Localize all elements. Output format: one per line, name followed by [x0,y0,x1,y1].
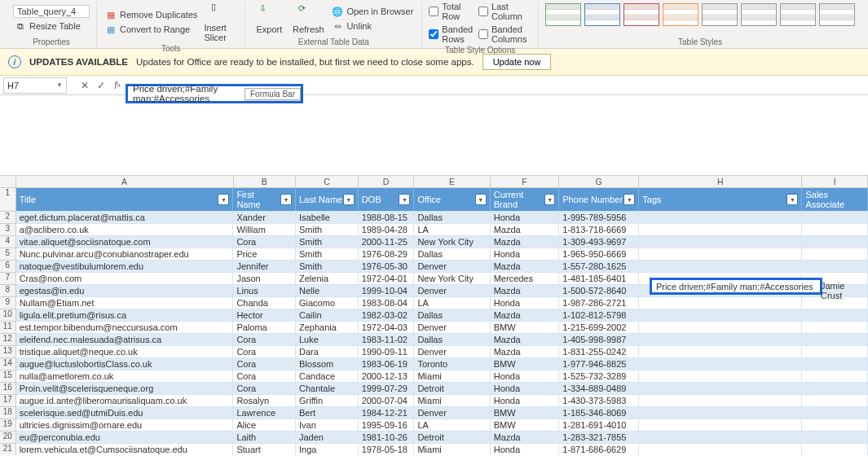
row-header[interactable]: 8 [0,284,16,296]
table-row[interactable]: 2eget.dictum.placerat@mattis.caXanderIsa… [0,211,868,223]
cell[interactable]: Detroit [414,432,490,443]
cell[interactable]: Dallas [414,309,490,321]
cell[interactable]: New York City [414,273,490,284]
row-header[interactable]: 19 [0,419,16,431]
table-name-field[interactable]: Table_query_4 [13,5,90,18]
row-header[interactable]: 3 [0,223,16,235]
th-office[interactable]: Office▼ [414,188,490,211]
cell[interactable]: Dallas [414,212,490,223]
cell[interactable]: 1983-11-02 [359,334,415,345]
cell[interactable]: Nunc.pulvinar.arcu@conubianostraper.edu [16,248,234,260]
cell[interactable]: Cora [233,236,296,248]
cell[interactable]: 1-500-572-8640 [559,285,639,296]
cell[interactable] [802,334,868,345]
cell[interactable]: Cora [233,346,296,357]
row-header[interactable]: 6 [0,260,16,272]
cell[interactable] [639,309,802,321]
cell[interactable]: Cailin [296,309,359,321]
row-header[interactable]: 9 [0,296,16,309]
cell[interactable] [639,370,802,382]
cell[interactable]: Smith [296,236,359,248]
table-row[interactable]: 11est.tempor.bibendum@neccursusa.comPalo… [0,321,868,333]
cell[interactable]: Ivan [296,419,359,431]
cell[interactable]: 1981-10-26 [359,432,415,443]
cell[interactable]: BMW [491,419,559,431]
unlink-button[interactable]: ⇹Unlink [330,20,415,33]
cell[interactable] [639,224,802,235]
cell[interactable]: 1-831-255-0242 [559,346,639,357]
cell[interactable]: Inga [296,444,359,455]
cell[interactable] [639,407,802,419]
cell[interactable]: 1972-04-01 [359,273,415,284]
cell[interactable]: Stuart [233,444,296,455]
name-box[interactable]: H7▼ [3,77,67,94]
cell[interactable] [639,248,802,260]
cell[interactable]: 1-430-373-5983 [559,395,639,406]
cell[interactable]: Griffin [296,395,359,406]
table-style-swatch[interactable] [623,3,659,26]
filter-icon[interactable]: ▼ [475,194,487,205]
cell[interactable]: 1995-09-16 [359,419,415,431]
th-phone[interactable]: Phone Number▼ [559,188,639,211]
cell[interactable]: augue.id.ante@liberomaurisaliquam.co.uk [16,395,234,406]
col-header-H[interactable]: H [639,176,802,187]
cell[interactable]: 1984-12-21 [359,407,415,419]
cell[interactable]: Honda [491,212,559,223]
cell[interactable]: 1-334-889-0489 [559,383,639,394]
table-style-swatch[interactable] [545,3,581,26]
cell[interactable]: eleifend.nec.malesuada@atrisus.ca [16,334,234,345]
cell[interactable]: augue@luctuslobortisClass.co.uk [16,358,234,370]
row-header[interactable]: 14 [0,357,16,370]
th-assoc[interactable]: Sales Associate [802,188,868,211]
row-header[interactable]: 16 [0,382,16,394]
row-header[interactable]: 12 [0,333,16,345]
cell[interactable]: 1-871-686-6629 [559,444,639,455]
cell[interactable]: vitae.aliquet@sociisnatoque.com [16,236,234,248]
cell[interactable]: Honda [491,395,559,406]
row-header-1[interactable]: 1 [0,188,16,211]
table-row[interactable]: 18scelerisque.sed@utmiDuis.eduLawrenceBe… [0,406,868,419]
cell[interactable]: Mazda [491,432,559,443]
cell[interactable]: Cora [233,383,296,394]
cell[interactable]: 1-525-732-3289 [559,370,639,382]
cell[interactable]: BMW [491,358,559,370]
cell[interactable] [802,346,868,357]
cell[interactable]: 1982-03-02 [359,309,415,321]
table-row[interactable]: 14augue@luctuslobortisClass.co.ukCoraBlo… [0,357,868,370]
th-last-name[interactable]: Last Name▼ [296,188,359,211]
cell[interactable]: scelerisque.sed@utmiDuis.edu [16,407,234,419]
cell[interactable]: lorem.vehicula.et@Cumsociisnatoque.edu [16,444,234,455]
table-row[interactable]: 12eleifend.nec.malesuada@atrisus.caCoraL… [0,333,868,345]
cell[interactable] [802,248,868,260]
filter-icon[interactable]: ▼ [623,194,635,205]
cell[interactable]: LA [414,297,490,309]
cell[interactable]: nulla@ametlorem.co.uk [16,370,234,382]
cell[interactable]: 1999-10-04 [359,285,415,296]
cell[interactable]: 1976-08-29 [359,248,415,260]
cell[interactable]: Price [233,248,296,260]
filter-icon[interactable]: ▼ [786,194,798,205]
accept-formula-button[interactable]: ✓ [93,77,109,94]
cell[interactable]: Nullam@Etiam.net [16,297,234,309]
cell[interactable] [639,444,802,455]
cell[interactable] [802,236,868,248]
cell[interactable]: 1-309-493-9697 [559,236,639,248]
col-header-F[interactable]: F [491,176,559,187]
cell[interactable]: Proin.velit@scelerisqueneque.org [16,383,234,394]
cell[interactable]: 1-283-321-7855 [559,432,639,443]
cell[interactable] [639,322,802,333]
cell[interactable]: Mazda [491,346,559,357]
cell[interactable]: 1-102-812-5798 [559,309,639,321]
cell[interactable]: Toronto [414,358,490,370]
cell[interactable] [802,224,868,235]
cell[interactable]: Denver [414,285,490,296]
cell[interactable]: LA [414,224,490,235]
cell[interactable]: Miami [414,395,490,406]
cell[interactable]: Alice [233,419,296,431]
col-header-B[interactable]: B [234,176,297,187]
cell[interactable]: Honda [491,248,559,260]
cell[interactable]: 1978-05-18 [359,444,415,455]
cell[interactable]: Zephania [296,322,359,333]
col-header-C[interactable]: C [296,176,359,187]
cell[interactable]: Mazda [491,261,559,272]
